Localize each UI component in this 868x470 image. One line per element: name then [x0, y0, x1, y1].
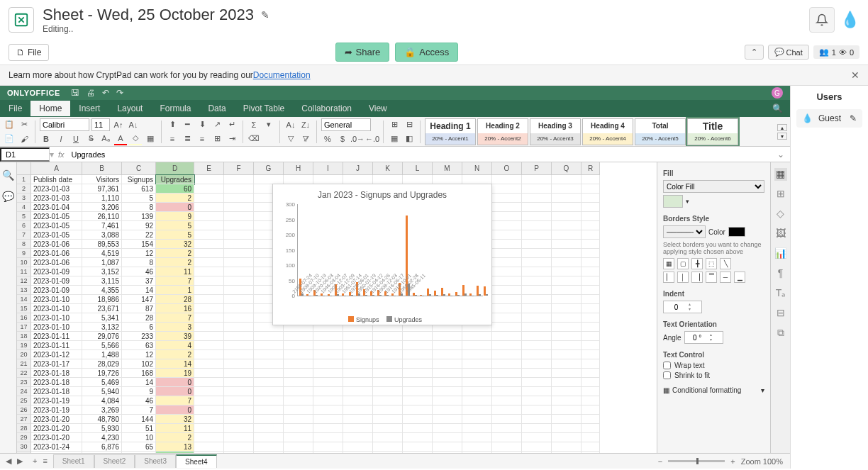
data-cell[interactable] — [582, 184, 600, 194]
sum-icon[interactable]: Σ — [247, 118, 260, 131]
font-size-select[interactable] — [91, 118, 110, 131]
data-cell[interactable] — [433, 359, 462, 369]
data-cell[interactable] — [522, 286, 552, 295]
data-cell[interactable]: 39 — [156, 332, 194, 341]
data-cell[interactable] — [492, 276, 522, 286]
font-select[interactable] — [40, 118, 89, 131]
data-cell[interactable] — [194, 286, 224, 295]
data-cell[interactable] — [582, 313, 600, 323]
header-cell[interactable]: Publish date — [31, 175, 82, 184]
wrap-text-checkbox[interactable]: Wrap text — [663, 362, 764, 369]
data-cell[interactable] — [492, 442, 522, 452]
data-cell[interactable] — [492, 323, 522, 332]
align-top-icon[interactable]: ⬆ — [166, 118, 179, 131]
data-cell[interactable]: 2023-01-19 — [31, 405, 82, 415]
row-header[interactable]: 31 — [17, 452, 31, 453]
italic-icon[interactable]: I — [55, 133, 67, 145]
col-header-R[interactable]: R — [582, 162, 600, 175]
data-cell[interactable]: 147 — [122, 295, 156, 304]
data-cell[interactable] — [313, 405, 343, 415]
row-header[interactable]: 25 — [17, 396, 31, 405]
data-cell[interactable]: 6,876 — [82, 442, 122, 452]
data-cell[interactable] — [373, 396, 403, 405]
data-cell[interactable] — [194, 396, 224, 405]
row-header[interactable]: 5 — [17, 212, 31, 221]
data-cell[interactable] — [492, 240, 522, 249]
data-cell[interactable]: 5,469 — [82, 378, 122, 387]
data-cell[interactable] — [462, 332, 492, 341]
row-header[interactable]: 22 — [17, 369, 31, 378]
data-cell[interactable]: 2 — [156, 433, 194, 442]
copy-icon[interactable]: 📋 — [3, 118, 16, 131]
data-cell[interactable] — [194, 369, 224, 378]
data-cell[interactable] — [194, 249, 224, 258]
data-cell[interactable] — [582, 405, 600, 415]
data-cell[interactable] — [224, 304, 254, 313]
data-cell[interactable] — [194, 442, 224, 452]
data-cell[interactable] — [224, 230, 254, 240]
data-cell[interactable] — [403, 369, 433, 378]
row-header[interactable]: 28 — [17, 424, 31, 433]
data-cell[interactable]: 154 — [122, 240, 156, 249]
data-cell[interactable]: 37 — [122, 276, 156, 286]
header-cell[interactable] — [224, 175, 254, 184]
data-cell[interactable] — [194, 433, 224, 442]
find-icon[interactable]: 🔍 — [2, 169, 14, 181]
data-cell[interactable] — [522, 359, 552, 369]
align-center-icon[interactable]: ≣ — [181, 133, 194, 145]
data-cell[interactable]: 9 — [156, 212, 194, 221]
users-count-pill[interactable]: 👥1 👁0 — [813, 45, 859, 59]
data-cell[interactable] — [462, 424, 492, 433]
data-cell[interactable] — [492, 433, 522, 442]
clear-icon[interactable]: ⌫ — [247, 133, 260, 145]
data-cell[interactable] — [552, 359, 582, 369]
row-header[interactable]: 3 — [17, 194, 31, 203]
shrink-fit-checkbox[interactable]: Shrink to fit — [663, 371, 764, 379]
data-cell[interactable] — [224, 405, 254, 415]
zoom-out-icon[interactable]: − — [658, 457, 662, 466]
data-cell[interactable] — [254, 387, 284, 396]
data-cell[interactable]: 2 — [156, 350, 194, 359]
row-header[interactable]: 7 — [17, 230, 31, 240]
data-cell[interactable]: 139 — [122, 212, 156, 221]
border-bottom-icon[interactable]: ▁ — [734, 272, 745, 283]
sheet-tab-sheet4[interactable]: Sheet4 — [176, 454, 217, 468]
data-cell[interactable] — [462, 452, 492, 453]
data-cell[interactable]: 2023-01-10 — [31, 323, 82, 332]
menu-file[interactable]: File — [0, 101, 30, 116]
number-format-select[interactable] — [321, 118, 371, 131]
border-right-icon[interactable]: ▕ — [691, 272, 703, 283]
wrap-icon[interactable]: ↵ — [226, 118, 238, 131]
documentation-link[interactable]: Documentation — [253, 70, 311, 80]
data-cell[interactable] — [194, 405, 224, 415]
row-header[interactable]: 16 — [17, 313, 31, 323]
access-button[interactable]: 🔒Access — [395, 43, 458, 62]
data-cell[interactable] — [373, 378, 403, 387]
data-cell[interactable]: 2023-01-10 — [31, 313, 82, 323]
data-cell[interactable] — [522, 369, 552, 378]
sheet-tab-sheet1[interactable]: Sheet1 — [53, 454, 94, 468]
data-cell[interactable]: 613 — [122, 184, 156, 194]
data-cell[interactable]: 19,726 — [82, 369, 122, 378]
data-cell[interactable]: 2023-01-19 — [31, 396, 82, 405]
col-header-K[interactable]: K — [373, 162, 403, 175]
data-cell[interactable] — [522, 295, 552, 304]
row-header[interactable]: 29 — [17, 433, 31, 442]
data-cell[interactable] — [194, 359, 224, 369]
style-20----accent1[interactable]: Heading 120% - Accent1 — [425, 118, 476, 145]
data-cell[interactable] — [284, 378, 313, 387]
col-header-C[interactable]: C — [122, 162, 156, 175]
data-cell[interactable] — [284, 452, 313, 453]
sheet-tab-sheet3[interactable]: Sheet3 — [135, 454, 176, 468]
data-cell[interactable] — [224, 332, 254, 341]
data-cell[interactable] — [433, 341, 462, 350]
data-cell[interactable] — [224, 452, 254, 453]
data-cell[interactable]: 3,088 — [82, 230, 122, 240]
menu-home[interactable]: Home — [30, 101, 70, 116]
data-cell[interactable] — [194, 221, 224, 230]
data-cell[interactable] — [582, 369, 600, 378]
data-cell[interactable] — [254, 332, 284, 341]
data-cell[interactable]: 2 — [156, 194, 194, 203]
data-cell[interactable]: 2023-01-11 — [31, 341, 82, 350]
angle-spinner[interactable]: ▴▾ — [684, 331, 723, 344]
